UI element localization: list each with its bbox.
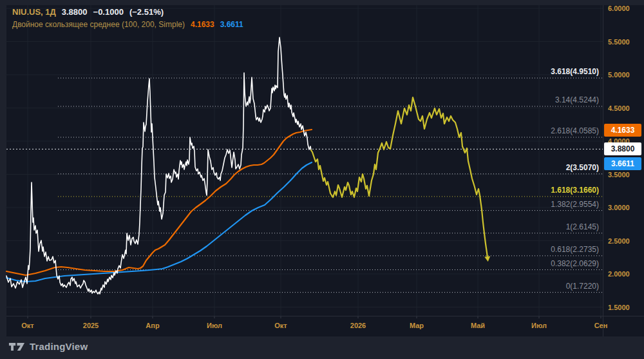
time-axis-label: 2025 bbox=[83, 322, 99, 329]
price-axis-border bbox=[603, 5, 603, 336]
tradingview-logo-icon bbox=[8, 342, 25, 352]
symbol-row[interactable]: NIU.US, 1Д 3.8800 −0.1000 (−2.51%) bbox=[12, 8, 243, 16]
time-axis-label: Июл bbox=[531, 322, 547, 329]
last-price-value: 3.8800 bbox=[62, 8, 88, 16]
time-axis-label: Июл bbox=[207, 322, 222, 329]
price-change-value: −0.1000 bbox=[93, 8, 124, 16]
indicator-title[interactable]: Двойное скользящее среднее (100, 200, Si… bbox=[12, 21, 185, 28]
chart-legend: NIU.US, 1Д 3.8800 −0.1000 (−2.51%) Двойн… bbox=[12, 8, 243, 33]
price-badge: 3.8800 bbox=[604, 142, 641, 155]
price-axis-label: 4.5000 bbox=[608, 104, 630, 112]
fib-level-label: 3.618(4.9510) bbox=[551, 67, 599, 76]
time-axis-label: Мар bbox=[410, 322, 424, 329]
time-axis-label: Апр bbox=[146, 322, 159, 329]
fib-level-label: 1.382(2.9554) bbox=[551, 200, 599, 209]
price-axis-label: 3.0000 bbox=[608, 204, 630, 211]
series-projection bbox=[311, 97, 488, 258]
price-axis-label: 6.0000 bbox=[608, 5, 630, 12]
projection-arrow-head bbox=[484, 256, 490, 261]
price-badge: 4.1633 bbox=[604, 124, 641, 137]
indicator-row[interactable]: Двойное скользящее среднее (100, 200, Si… bbox=[12, 21, 243, 28]
tradingview-logo-text: TradingView bbox=[30, 341, 88, 352]
time-axis-label: Май bbox=[471, 322, 485, 329]
time-axis-border bbox=[6, 316, 644, 316]
time-axis-label: 2026 bbox=[350, 322, 366, 329]
chart-plot-area[interactable] bbox=[0, 0, 644, 336]
fib-level-label: 0.618(2.2735) bbox=[551, 245, 599, 254]
fib-level-label: 2.618(4.0585) bbox=[551, 126, 599, 135]
price-axis-label: 5.5000 bbox=[608, 38, 630, 46]
tradingview-chart-page: 3.618(4.9510)3.14(4.5244)2.618(4.0585)2(… bbox=[0, 0, 644, 359]
price-change-percent: (−2.51%) bbox=[129, 8, 164, 16]
fib-level-label: 3.14(4.5244) bbox=[555, 95, 599, 104]
price-axis-label: 2.5000 bbox=[608, 237, 630, 245]
price-axis-label: 5.0000 bbox=[608, 71, 630, 79]
price-axis-label: 2.0000 bbox=[608, 270, 630, 278]
fib-level-label: 2(3.5070) bbox=[566, 163, 599, 172]
symbol-title[interactable]: NIU.US, 1Д bbox=[12, 8, 56, 16]
time-axis-label: Сен bbox=[594, 322, 608, 329]
fib-level-label: 0.382(2.0629) bbox=[551, 259, 599, 268]
time-axis-label: Окт bbox=[274, 322, 287, 329]
ma-slow-value: 3.6611 bbox=[220, 21, 243, 28]
series-niu-us-price bbox=[6, 37, 311, 294]
price-badge: 3.6611 bbox=[604, 157, 641, 170]
fib-level-label: 1(2.6145) bbox=[566, 222, 599, 231]
ma-fast-value: 4.1633 bbox=[191, 21, 214, 28]
price-axis-label: 3.5000 bbox=[608, 171, 630, 179]
time-axis-label: Окт bbox=[21, 322, 33, 329]
series-ma-200 bbox=[6, 162, 312, 282]
fib-level-label: 1.618(3.1660) bbox=[551, 186, 599, 195]
price-axis-label: 1.5000 bbox=[608, 304, 630, 311]
tradingview-logo[interactable]: TradingView bbox=[8, 341, 88, 352]
fib-level-label: 0(1.7220) bbox=[566, 282, 599, 291]
